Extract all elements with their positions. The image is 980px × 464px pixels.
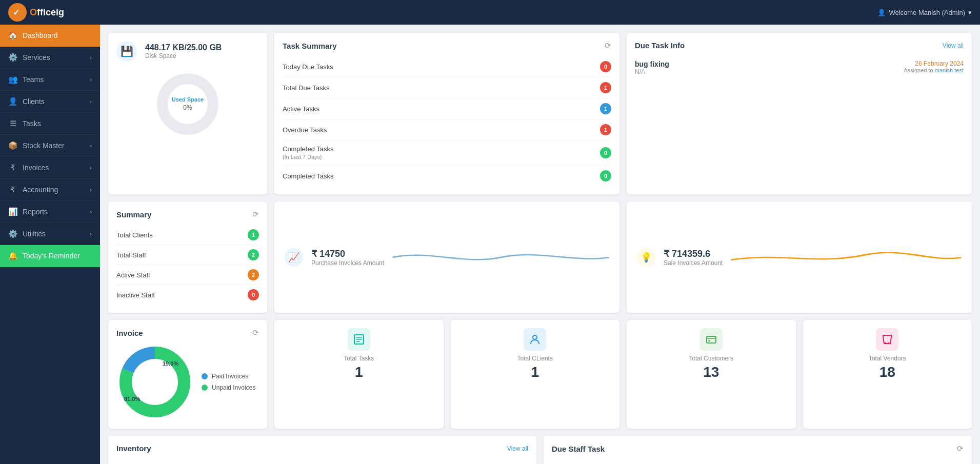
due-staff-title: Due Staff Task (552, 445, 605, 453)
row-2: Summary ⟳ Total Clients 1 Total Staff 2 … (108, 201, 972, 313)
sidebar: 🏠 Dashboard ⚙️ Services › 👥 Teams › 👤 Cl… (0, 25, 100, 464)
paid-label: Paid Invoices (212, 373, 248, 380)
sidebar-label-tasks: Tasks (23, 119, 41, 128)
due-task-name: bug fixing (635, 60, 669, 68)
unpaid-label: Unpaid Invoices (212, 384, 255, 391)
sidebar-label-reports: Reports (23, 208, 48, 216)
summary-row-active-staff: Active Staff 2 (116, 265, 259, 285)
unpaid-pct-label: 81.0% (124, 396, 140, 402)
sidebar-label-services: Services (23, 53, 50, 62)
row-1: 💾 448.17 KB/25.00 GB Disk Space (108, 33, 972, 194)
due-staff-task-card: Due Staff Task ⟳ manish test Number of d… (544, 436, 972, 464)
badge-completed: 0 (600, 170, 611, 181)
used-pct: 0% (183, 104, 192, 111)
invoices-icon: ₹ (8, 163, 17, 172)
assigned-to: manish test (935, 67, 964, 73)
summary-refresh-icon[interactable]: ⟳ (252, 210, 259, 219)
sidebar-item-teams[interactable]: 👥 Teams › (0, 69, 100, 91)
disk-size: 448.17 KB/25.00 GB (145, 43, 222, 52)
inventory-title: Inventory (116, 444, 151, 453)
invoice-title: Invoice (116, 329, 143, 337)
inventory-view-all[interactable]: View all (507, 445, 528, 452)
user-greeting: Welcome Manish (Admin) (889, 9, 965, 16)
sale-invoice-card: 💡 ₹ 714359.6 Sale Invoices Amount (627, 201, 972, 313)
task-row-4: Overdue Tasks 1 (283, 119, 611, 140)
sidebar-item-services[interactable]: ⚙️ Services › (0, 47, 100, 69)
used-space-label: Used Space (172, 96, 204, 103)
purchase-amount: ₹ 14750 (311, 248, 384, 259)
sidebar-label-teams: Teams (23, 75, 44, 84)
sidebar-item-tasks[interactable]: ☰ Tasks (0, 113, 100, 135)
sale-label: Sale Invoices Amount (664, 259, 723, 267)
row-4: Inventory View all Composite item Stock … (108, 436, 972, 464)
vendors-stats-icon (876, 328, 898, 351)
summary-title: Summary (116, 210, 151, 219)
due-staff-refresh-icon[interactable]: ⟳ (957, 444, 964, 453)
task-row-1: Today Due Tasks 0 (283, 56, 611, 77)
sidebar-item-clients[interactable]: 👤 Clients › (0, 91, 100, 113)
due-task-sub: N/A (635, 68, 669, 75)
sidebar-label-stock-master: Stock Master (23, 142, 65, 150)
user-info[interactable]: 👤 Welcome Manish (Admin) ▾ (877, 9, 972, 16)
sidebar-item-accounting[interactable]: ₹ Accounting › (0, 179, 100, 201)
task-row-3: Active Tasks 1 (283, 98, 611, 119)
sidebar-label-invoices: Invoices (23, 164, 49, 172)
task-summary-card: Task Summary ⟳ Today Due Tasks 0 Total D… (274, 33, 619, 194)
summary-badge-active-staff: 2 (248, 269, 259, 280)
inventory-item-1: Composite item Stock Quantity: 0 NA (116, 459, 528, 464)
sidebar-item-invoices[interactable]: ₹ Invoices › (0, 157, 100, 179)
task-row-2: Total Due Tasks 1 (283, 77, 611, 98)
invoice-donut-card: Invoice ⟳ (108, 320, 267, 429)
summary-card: Summary ⟳ Total Clients 1 Total Staff 2 … (108, 201, 267, 313)
dashboard-icon: 🏠 (8, 31, 17, 40)
svg-point-11 (885, 342, 887, 344)
badge-completed-7days: 0 (600, 147, 611, 158)
services-icon: ⚙️ (8, 53, 17, 62)
badge-total-due: 1 (600, 82, 611, 93)
sidebar-label-reminder: Today's Reminder (23, 252, 80, 260)
disk-icon: 💾 (116, 41, 137, 62)
invoice-refresh-icon[interactable]: ⟳ (252, 328, 259, 337)
total-tasks-label: Total Tasks (283, 355, 435, 362)
total-vendors-value: 18 (811, 364, 964, 380)
accounting-icon: ₹ (8, 185, 17, 194)
disk-space-card: 💾 448.17 KB/25.00 GB Disk Space (108, 33, 267, 194)
chevron-icon: › (90, 187, 92, 193)
task-refresh-icon[interactable]: ⟳ (605, 41, 611, 50)
stats-total-clients: Total CLients 1 (451, 320, 620, 429)
sidebar-item-reports[interactable]: 📊 Reports › (0, 201, 100, 223)
sidebar-item-utilities[interactable]: ⚙️ Utilities › (0, 223, 100, 245)
total-tasks-value: 1 (283, 364, 435, 380)
sidebar-item-reminder[interactable]: 🔔 Today's Reminder (0, 245, 100, 267)
svg-point-12 (888, 342, 890, 344)
task-row-5: Completed Tasks(In Last 7 Days) 0 (283, 140, 611, 166)
task-row-6: Completed Tasks 0 (283, 166, 611, 186)
sidebar-item-dashboard[interactable]: 🏠 Dashboard (0, 25, 100, 47)
customers-stats-icon (700, 328, 723, 351)
task-summary-title: Task Summary (283, 42, 337, 50)
main-layout: 🏠 Dashboard ⚙️ Services › 👥 Teams › 👤 Cl… (0, 25, 980, 464)
chevron-icon: › (90, 54, 92, 60)
due-task-view-all[interactable]: View all (943, 42, 964, 49)
sale-invoice-icon: 💡 (637, 248, 655, 267)
sidebar-item-stock-master[interactable]: 📦 Stock Master › (0, 135, 100, 157)
total-vendors-label: Total Vendors (811, 355, 964, 362)
reports-icon: 📊 (8, 207, 17, 216)
legend-unpaid: Unpaid Invoices (202, 384, 255, 391)
tasks-icon: ☰ (8, 119, 17, 128)
chevron-icon: › (90, 231, 92, 237)
purchase-label: Purchase Invoices Amount (311, 259, 384, 267)
legend-paid: Paid Invoices (202, 373, 255, 380)
chevron-icon: › (90, 143, 92, 149)
summary-row-inactive-staff: Inactive Staff 0 (116, 285, 259, 305)
teams-icon: 👥 (8, 75, 17, 84)
paid-pct-label: 19.0% (163, 360, 178, 367)
summary-row-total-staff: Total Staff 2 (116, 245, 259, 265)
content-area: 💾 448.17 KB/25.00 GB Disk Space (100, 25, 980, 464)
badge-overdue: 1 (600, 124, 611, 135)
utilities-icon: ⚙️ (8, 229, 17, 238)
chevron-icon: › (90, 98, 92, 105)
due-staff-row-1: manish test Number of due task: 1 (552, 459, 964, 464)
summary-badge-total-clients: 1 (248, 229, 259, 240)
disk-label: Disk Space (145, 52, 222, 59)
